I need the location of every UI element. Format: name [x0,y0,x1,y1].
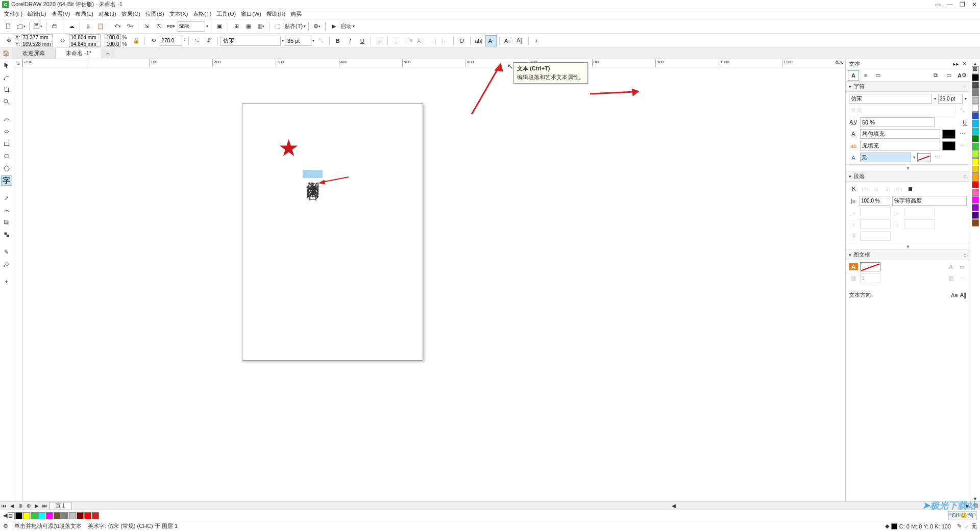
maximize-icon[interactable]: ❐ [959,1,966,8]
color-swatch[interactable] [972,196,979,204]
rotate-input[interactable] [160,36,182,46]
ime-indicator[interactable]: CH 🙂 简 [948,511,977,520]
italic-icon[interactable]: I [345,35,356,46]
reset-icon[interactable]: ▭ [943,70,954,81]
frame-fill-swatch[interactable] [860,262,880,271]
new-icon[interactable] [3,21,14,32]
expand-char-icon[interactable]: ▾ [846,164,970,171]
line-spacing-unit[interactable] [892,196,967,206]
x-input[interactable] [21,34,53,40]
color-swatch[interactable] [972,105,979,112]
page-last-icon[interactable]: ⏭ [41,503,49,509]
b-swatch[interactable] [84,512,91,519]
redo-icon[interactable]: ↷▾ [124,21,135,32]
options-panel-icon[interactable]: A⚙ [957,70,968,81]
menu-effects[interactable]: 效果(C) [119,9,142,19]
underline-icon[interactable]: U [357,35,368,46]
panel-size-input[interactable] [938,94,963,104]
color-swatch[interactable] [972,74,979,81]
expand-toolbox-icon[interactable]: + [1,276,12,287]
menu-bitmap[interactable]: 位图(B) [143,9,166,19]
ruler-horizontal[interactable]: -100 100 200 300 400 500 600 700 800 900… [22,59,845,67]
eyedropper-icon[interactable]: ✎ [1,247,12,257]
color-swatch[interactable] [972,97,979,104]
color-swatch[interactable] [972,143,979,150]
color-swatch[interactable] [972,112,979,119]
color-swatch[interactable] [972,120,979,127]
page-tab[interactable]: 页 1 [49,502,71,510]
outline-swatch[interactable] [917,153,930,162]
rectangle-tool-icon[interactable] [1,139,12,149]
color-swatch[interactable] [972,128,979,135]
color-swatch[interactable] [972,204,979,211]
minimize-icon[interactable]: — [946,1,953,8]
gear-icon[interactable]: ⚙ [3,523,8,529]
b-swatch[interactable] [46,512,53,519]
color-swatch[interactable] [972,189,979,196]
guides-icon[interactable]: ▦ [243,21,254,32]
ruler-vertical[interactable] [13,67,22,501]
page-add-before-icon[interactable]: ⊕ [16,503,24,509]
tab-document[interactable]: 未命名 -1* [56,48,102,59]
snap-toggle-icon[interactable]: ⬚ [272,21,283,32]
text-tool-icon[interactable]: 字 [1,175,12,186]
b-swatch[interactable] [23,512,30,519]
page-first-icon[interactable]: ⏮ [0,503,8,509]
color-swatch[interactable] [972,135,979,142]
font-size-select[interactable] [285,36,311,46]
dir-vert-icon[interactable]: A‖ [960,292,967,298]
h-input[interactable] [69,41,101,47]
para-tab-icon[interactable]: ≡ [860,70,871,81]
font-list-icon[interactable]: ≡ [374,35,385,46]
fill-more-icon[interactable]: ⋯ [958,130,967,139]
fill-tool-icon[interactable] [1,259,12,269]
sx-input[interactable] [105,34,121,40]
align-none-icon[interactable]: K [849,184,859,194]
close-panel-icon[interactable]: ✕ [962,61,967,67]
fill-indicator-icon[interactable]: ◆ [885,523,889,529]
status-fill-swatch[interactable] [891,523,897,529]
frame-section-label[interactable]: 图文框 [853,251,870,259]
line-spacing-input[interactable] [860,196,890,206]
b-swatch[interactable] [54,512,61,519]
color-swatch[interactable] [972,82,979,89]
color-swatch[interactable] [972,89,979,96]
no-color-swatch-b[interactable]: ⊠ [8,512,15,519]
crop-tool-icon[interactable] [1,85,12,95]
text-horiz-icon[interactable]: A≡ [502,35,513,46]
sy-input[interactable] [105,41,121,47]
panel-font-select[interactable] [849,94,932,104]
font-select[interactable] [220,36,281,46]
open-icon[interactable]: ▾ [15,21,27,32]
menu-help[interactable]: 帮助(H) [264,9,287,19]
undo-icon[interactable]: ↶▾ [112,21,123,32]
color-swatch[interactable] [972,181,979,188]
b-swatch[interactable] [38,512,45,519]
dir-horiz-icon[interactable]: A≡ [951,292,958,298]
expand-para-icon[interactable]: ▾ [846,243,970,250]
page-next-icon[interactable]: ▶ [33,503,41,509]
cloud-icon[interactable]: ☁ [66,21,77,32]
add-button-icon[interactable]: + [531,35,543,46]
doc-colors-left-icon[interactable]: ◀ [3,512,7,519]
launch-label[interactable]: 启动 [340,22,352,30]
lock-ratio-icon[interactable]: 🔒 [131,35,142,46]
interactive-o-icon[interactable]: O [456,35,468,46]
zoom-input[interactable] [178,21,205,32]
w-input[interactable] [69,34,101,40]
new-win-icon[interactable]: ⧉ [930,70,941,81]
page-options-icon[interactable]: ⊞ [972,503,980,509]
frame-fill-icon[interactable]: A [849,263,858,270]
page[interactable]: ★ 举例文本内容 [242,103,423,361]
char-tab-icon[interactable]: A [848,70,859,81]
freehand-tool-icon[interactable] [1,114,12,124]
mirror-v-icon[interactable]: ⇵ [204,35,215,46]
snap-config-icon[interactable]: ▥▾ [255,21,266,32]
bold-icon[interactable]: B [332,35,344,46]
transparency-icon[interactable] [1,230,12,240]
zoom-tool-icon[interactable] [1,97,12,107]
text-properties-button[interactable]: A◦ [485,35,497,46]
color-swatch[interactable] [972,219,979,226]
ruler-corner[interactable]: ↘ [13,59,22,67]
home-icon[interactable]: 🏠 [0,50,12,57]
